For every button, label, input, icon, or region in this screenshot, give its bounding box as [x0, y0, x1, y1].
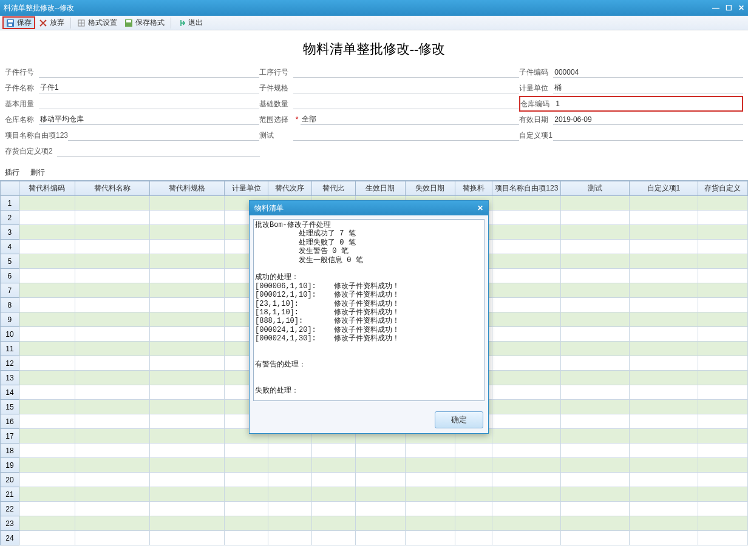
- grid-cell[interactable]: [150, 531, 225, 545]
- grid-cell[interactable]: [75, 487, 150, 502]
- grid-cell[interactable]: [19, 269, 75, 283]
- grid-cell[interactable]: [561, 225, 630, 240]
- grid-cell[interactable]: [19, 458, 75, 473]
- grid-cell[interactable]: [75, 444, 150, 458]
- grid-cell[interactable]: [225, 531, 268, 545]
- grid-cell[interactable]: [75, 327, 150, 342]
- grid-cell[interactable]: [492, 473, 561, 487]
- row-number-cell[interactable]: 18: [1, 444, 19, 458]
- table-row[interactable]: 20: [1, 473, 748, 487]
- grid-cell[interactable]: [19, 531, 75, 545]
- row-number-cell[interactable]: 19: [1, 458, 19, 473]
- grid-cell[interactable]: [492, 312, 561, 327]
- grid-cell[interactable]: [75, 400, 150, 414]
- grid-cell[interactable]: [561, 502, 630, 516]
- grid-cell[interactable]: [150, 516, 225, 531]
- grid-cell[interactable]: [492, 298, 561, 312]
- grid-cell[interactable]: [75, 429, 150, 444]
- row-number-cell[interactable]: 11: [1, 342, 19, 356]
- grid-cell[interactable]: [629, 283, 698, 298]
- grid-cell[interactable]: [75, 298, 150, 312]
- grid-cell[interactable]: [405, 444, 455, 458]
- grid-cell[interactable]: [698, 312, 747, 327]
- grid-cell[interactable]: [492, 283, 561, 298]
- grid-cell[interactable]: [629, 429, 698, 444]
- grid-cell[interactable]: [629, 211, 698, 225]
- grid-cell[interactable]: [455, 473, 492, 487]
- grid-cell[interactable]: [19, 240, 75, 254]
- row-number-cell[interactable]: 16: [1, 414, 19, 429]
- grid-cell[interactable]: [629, 225, 698, 240]
- row-number-cell[interactable]: 5: [1, 254, 19, 269]
- grid-cell[interactable]: [225, 487, 268, 502]
- grid-cell[interactable]: [698, 473, 747, 487]
- grid-cell[interactable]: [268, 473, 312, 487]
- grid-cell[interactable]: [561, 240, 630, 254]
- grid-cell[interactable]: [355, 531, 405, 545]
- grid-header[interactable]: 替代料规格: [150, 181, 225, 196]
- maximize-icon[interactable]: ☐: [726, 4, 732, 12]
- grid-cell[interactable]: [698, 269, 747, 283]
- grid-cell[interactable]: [629, 240, 698, 254]
- grid-cell[interactable]: [455, 487, 492, 502]
- grid-cell[interactable]: [355, 516, 405, 531]
- grid-cell[interactable]: [75, 473, 150, 487]
- grid-cell[interactable]: [75, 516, 150, 531]
- grid-cell[interactable]: [225, 473, 268, 487]
- grid-cell[interactable]: [629, 356, 698, 371]
- grid-cell[interactable]: [561, 371, 630, 385]
- grid-cell[interactable]: [75, 458, 150, 473]
- row-number-cell[interactable]: 13: [1, 371, 19, 385]
- warehouse-code-field[interactable]: 1: [554, 98, 742, 109]
- dialog-close-icon[interactable]: ✕: [477, 204, 483, 212]
- grid-cell[interactable]: [19, 473, 75, 487]
- grid-cell[interactable]: [311, 458, 355, 473]
- grid-cell[interactable]: [561, 196, 630, 211]
- grid-cell[interactable]: [19, 502, 75, 516]
- process-row-no-field[interactable]: [293, 67, 520, 78]
- grid-cell[interactable]: [698, 414, 747, 429]
- grid-cell[interactable]: [19, 400, 75, 414]
- base-usage-field[interactable]: [39, 98, 259, 109]
- grid-cell[interactable]: [225, 458, 268, 473]
- table-row[interactable]: 24: [1, 531, 748, 545]
- grid-cell[interactable]: [561, 516, 630, 531]
- grid-cell[interactable]: [19, 516, 75, 531]
- grid-cell[interactable]: [75, 531, 150, 545]
- row-number-cell[interactable]: 4: [1, 240, 19, 254]
- row-number-cell[interactable]: 22: [1, 502, 19, 516]
- grid-cell[interactable]: [75, 254, 150, 269]
- grid-cell[interactable]: [150, 196, 225, 211]
- grid-cell[interactable]: [561, 400, 630, 414]
- scope-select-field[interactable]: 全部: [301, 114, 519, 125]
- grid-cell[interactable]: [629, 385, 698, 400]
- table-row[interactable]: 18: [1, 444, 748, 458]
- grid-cell[interactable]: [698, 225, 747, 240]
- table-row[interactable]: 22: [1, 502, 748, 516]
- grid-cell[interactable]: [355, 487, 405, 502]
- grid-cell[interactable]: [150, 458, 225, 473]
- grid-cell[interactable]: [492, 516, 561, 531]
- grid-cell[interactable]: [629, 516, 698, 531]
- grid-cell[interactable]: [19, 429, 75, 444]
- grid-cell[interactable]: [492, 371, 561, 385]
- grid-cell[interactable]: [629, 327, 698, 342]
- child-code-field[interactable]: 000004: [553, 67, 743, 78]
- child-row-no-field[interactable]: [39, 67, 259, 78]
- grid-cell[interactable]: [561, 312, 630, 327]
- grid-cell[interactable]: [561, 356, 630, 371]
- grid-cell[interactable]: [455, 502, 492, 516]
- grid-cell[interactable]: [75, 269, 150, 283]
- grid-cell[interactable]: [405, 473, 455, 487]
- grid-cell[interactable]: [268, 487, 312, 502]
- grid-cell[interactable]: [311, 487, 355, 502]
- grid-header[interactable]: 测试: [561, 181, 630, 196]
- grid-cell[interactable]: [150, 473, 225, 487]
- grid-cell[interactable]: [150, 283, 225, 298]
- grid-cell[interactable]: [629, 458, 698, 473]
- grid-cell[interactable]: [75, 356, 150, 371]
- dialog-textarea[interactable]: [253, 219, 484, 401]
- grid-cell[interactable]: [629, 444, 698, 458]
- grid-cell[interactable]: [629, 269, 698, 283]
- row-number-cell[interactable]: 20: [1, 473, 19, 487]
